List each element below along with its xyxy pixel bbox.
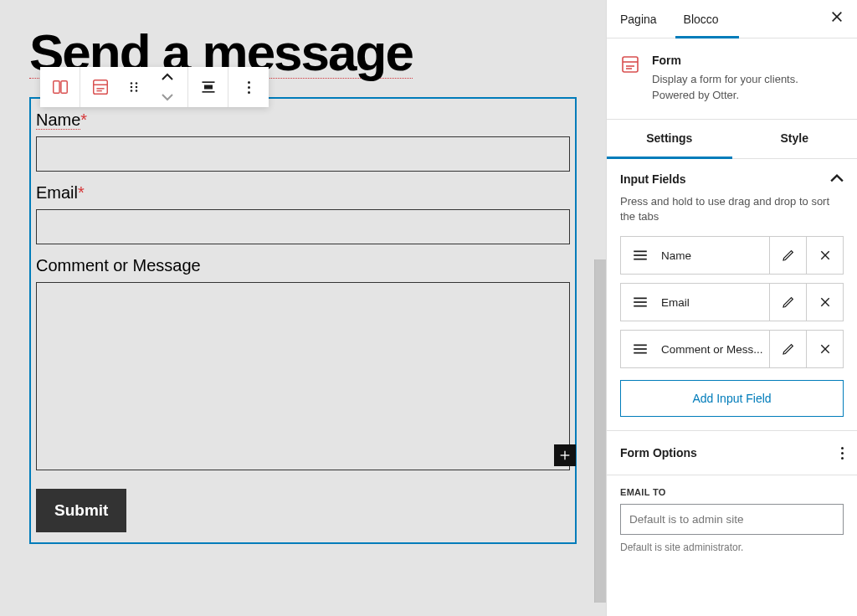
svg-point-7 (136, 82, 138, 85)
submit-button[interactable]: Submit (36, 489, 126, 532)
field-label-email[interactable]: Email* (36, 183, 570, 203)
svg-rect-2 (94, 80, 108, 95)
delete-icon[interactable] (806, 237, 843, 274)
field-row[interactable]: Comment or Mess... (620, 330, 844, 368)
block-toolbar (40, 67, 269, 107)
svg-point-11 (136, 90, 138, 92)
subtab-settings[interactable]: Settings (607, 120, 732, 159)
form-options-toggle[interactable]: Form Options (607, 431, 857, 475)
form-block[interactable]: Name* Email* Comment or Message Submit (29, 97, 577, 544)
form-block-icon[interactable] (84, 67, 117, 107)
input-fields-panel: Input Fields Press and hold to use drag … (607, 159, 857, 431)
drag-handle-icon[interactable] (621, 296, 659, 308)
sub-tabs: Settings Style (607, 120, 857, 159)
name-input[interactable] (36, 136, 570, 172)
tab-block[interactable]: Blocco (670, 1, 732, 38)
input-fields-hint: Press and hold to use drag and drop to s… (620, 194, 844, 224)
edit-icon[interactable] (769, 284, 806, 321)
input-fields-toggle[interactable]: Input Fields (620, 172, 844, 186)
columns-icon[interactable] (40, 67, 80, 107)
block-header: Form Display a form for your clients. Po… (607, 38, 857, 120)
svg-point-10 (131, 90, 133, 92)
form-block-icon (620, 54, 640, 75)
edit-icon[interactable] (769, 331, 806, 367)
kebab-icon[interactable] (841, 447, 844, 459)
svg-rect-0 (53, 81, 59, 94)
add-input-field-button[interactable]: Add Input Field (620, 380, 844, 417)
field-label-comment[interactable]: Comment or Message (36, 256, 570, 275)
field-row[interactable]: Name (620, 236, 844, 275)
comment-textarea[interactable] (36, 282, 570, 470)
block-name: Form (652, 54, 844, 67)
move-up-icon[interactable] (162, 69, 173, 85)
drag-handle-icon[interactable] (621, 343, 659, 355)
email-to-input[interactable] (620, 504, 844, 535)
block-description: Display a form for your clients. Powered… (652, 72, 844, 104)
drag-handle-icon[interactable] (621, 249, 659, 261)
move-down-icon[interactable] (162, 90, 173, 105)
email-to-section: EMAIL TO Default is site administrator. (607, 475, 857, 553)
sidebar-tabs: Pagina Blocco (607, 0, 857, 38)
field-row[interactable]: Email (620, 283, 844, 321)
subtab-style[interactable]: Style (732, 120, 858, 158)
align-icon[interactable] (188, 67, 228, 107)
more-options-icon[interactable] (228, 67, 269, 107)
email-to-help: Default is site administrator. (620, 542, 844, 553)
svg-rect-19 (623, 57, 638, 72)
svg-rect-13 (204, 85, 213, 90)
editor-scrollbar[interactable] (594, 259, 606, 603)
field-label-name[interactable]: Name* (36, 110, 570, 130)
delete-icon[interactable] (806, 331, 843, 367)
edit-icon[interactable] (769, 237, 806, 274)
svg-point-6 (131, 82, 133, 85)
email-to-label: EMAIL TO (620, 487, 844, 497)
svg-rect-1 (60, 81, 66, 94)
add-block-button[interactable] (554, 444, 576, 466)
chevron-up-icon (830, 172, 844, 186)
tab-page[interactable]: Pagina (607, 1, 670, 38)
delete-icon[interactable] (806, 284, 843, 321)
svg-point-9 (136, 86, 138, 89)
svg-point-8 (131, 86, 133, 89)
drag-handle-icon[interactable] (117, 67, 151, 107)
editor-canvas: Send a message Name* (0, 0, 606, 616)
close-icon[interactable] (817, 0, 857, 38)
email-input[interactable] (36, 209, 570, 244)
inspector-sidebar: Pagina Blocco Form Display a form for yo… (606, 0, 857, 616)
